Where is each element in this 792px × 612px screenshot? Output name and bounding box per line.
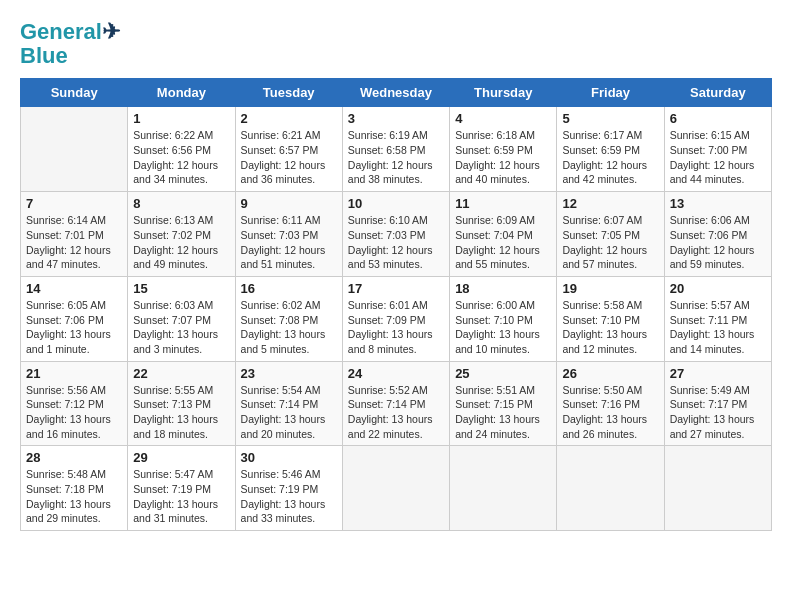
weekday-header-tuesday: Tuesday: [235, 79, 342, 107]
day-info: Sunrise: 6:06 AM Sunset: 7:06 PM Dayligh…: [670, 213, 766, 272]
weekday-header-sunday: Sunday: [21, 79, 128, 107]
day-number: 26: [562, 366, 658, 381]
day-info: Sunrise: 6:09 AM Sunset: 7:04 PM Dayligh…: [455, 213, 551, 272]
day-info: Sunrise: 6:05 AM Sunset: 7:06 PM Dayligh…: [26, 298, 122, 357]
day-number: 28: [26, 450, 122, 465]
day-info: Sunrise: 6:17 AM Sunset: 6:59 PM Dayligh…: [562, 128, 658, 187]
day-info: Sunrise: 6:21 AM Sunset: 6:57 PM Dayligh…: [241, 128, 337, 187]
day-info: Sunrise: 6:02 AM Sunset: 7:08 PM Dayligh…: [241, 298, 337, 357]
calendar-cell: 9Sunrise: 6:11 AM Sunset: 7:03 PM Daylig…: [235, 192, 342, 277]
calendar-cell: 24Sunrise: 5:52 AM Sunset: 7:14 PM Dayli…: [342, 361, 449, 446]
weekday-header-thursday: Thursday: [450, 79, 557, 107]
day-info: Sunrise: 6:01 AM Sunset: 7:09 PM Dayligh…: [348, 298, 444, 357]
day-number: 14: [26, 281, 122, 296]
day-number: 27: [670, 366, 766, 381]
day-info: Sunrise: 5:55 AM Sunset: 7:13 PM Dayligh…: [133, 383, 229, 442]
calendar-table: SundayMondayTuesdayWednesdayThursdayFrid…: [20, 78, 772, 531]
weekday-header-row: SundayMondayTuesdayWednesdayThursdayFrid…: [21, 79, 772, 107]
day-info: Sunrise: 5:49 AM Sunset: 7:17 PM Dayligh…: [670, 383, 766, 442]
day-number: 22: [133, 366, 229, 381]
day-info: Sunrise: 5:54 AM Sunset: 7:14 PM Dayligh…: [241, 383, 337, 442]
day-number: 3: [348, 111, 444, 126]
calendar-cell: 22Sunrise: 5:55 AM Sunset: 7:13 PM Dayli…: [128, 361, 235, 446]
day-number: 19: [562, 281, 658, 296]
day-info: Sunrise: 6:10 AM Sunset: 7:03 PM Dayligh…: [348, 213, 444, 272]
day-info: Sunrise: 5:52 AM Sunset: 7:14 PM Dayligh…: [348, 383, 444, 442]
weekday-header-monday: Monday: [128, 79, 235, 107]
calendar-cell: 15Sunrise: 6:03 AM Sunset: 7:07 PM Dayli…: [128, 276, 235, 361]
day-info: Sunrise: 6:00 AM Sunset: 7:10 PM Dayligh…: [455, 298, 551, 357]
day-number: 16: [241, 281, 337, 296]
calendar-cell: [557, 446, 664, 531]
day-info: Sunrise: 6:07 AM Sunset: 7:05 PM Dayligh…: [562, 213, 658, 272]
day-number: 20: [670, 281, 766, 296]
day-number: 1: [133, 111, 229, 126]
day-info: Sunrise: 6:22 AM Sunset: 6:56 PM Dayligh…: [133, 128, 229, 187]
day-info: Sunrise: 5:46 AM Sunset: 7:19 PM Dayligh…: [241, 467, 337, 526]
calendar-week-3: 14Sunrise: 6:05 AM Sunset: 7:06 PM Dayli…: [21, 276, 772, 361]
calendar-cell: [664, 446, 771, 531]
calendar-cell: 7Sunrise: 6:14 AM Sunset: 7:01 PM Daylig…: [21, 192, 128, 277]
weekday-header-wednesday: Wednesday: [342, 79, 449, 107]
page-header: General✈Blue: [20, 20, 772, 68]
day-number: 21: [26, 366, 122, 381]
calendar-week-2: 7Sunrise: 6:14 AM Sunset: 7:01 PM Daylig…: [21, 192, 772, 277]
calendar-cell: 25Sunrise: 5:51 AM Sunset: 7:15 PM Dayli…: [450, 361, 557, 446]
day-info: Sunrise: 6:13 AM Sunset: 7:02 PM Dayligh…: [133, 213, 229, 272]
day-info: Sunrise: 6:15 AM Sunset: 7:00 PM Dayligh…: [670, 128, 766, 187]
calendar-cell: 12Sunrise: 6:07 AM Sunset: 7:05 PM Dayli…: [557, 192, 664, 277]
calendar-week-4: 21Sunrise: 5:56 AM Sunset: 7:12 PM Dayli…: [21, 361, 772, 446]
day-info: Sunrise: 5:58 AM Sunset: 7:10 PM Dayligh…: [562, 298, 658, 357]
day-number: 23: [241, 366, 337, 381]
day-number: 4: [455, 111, 551, 126]
logo-text: General✈Blue: [20, 20, 120, 68]
day-number: 2: [241, 111, 337, 126]
calendar-cell: 27Sunrise: 5:49 AM Sunset: 7:17 PM Dayli…: [664, 361, 771, 446]
day-info: Sunrise: 6:19 AM Sunset: 6:58 PM Dayligh…: [348, 128, 444, 187]
calendar-cell: 29Sunrise: 5:47 AM Sunset: 7:19 PM Dayli…: [128, 446, 235, 531]
calendar-cell: 14Sunrise: 6:05 AM Sunset: 7:06 PM Dayli…: [21, 276, 128, 361]
day-info: Sunrise: 6:11 AM Sunset: 7:03 PM Dayligh…: [241, 213, 337, 272]
day-info: Sunrise: 6:18 AM Sunset: 6:59 PM Dayligh…: [455, 128, 551, 187]
calendar-cell: 10Sunrise: 6:10 AM Sunset: 7:03 PM Dayli…: [342, 192, 449, 277]
day-number: 15: [133, 281, 229, 296]
day-info: Sunrise: 5:51 AM Sunset: 7:15 PM Dayligh…: [455, 383, 551, 442]
calendar-cell: 17Sunrise: 6:01 AM Sunset: 7:09 PM Dayli…: [342, 276, 449, 361]
day-number: 25: [455, 366, 551, 381]
calendar-cell: 28Sunrise: 5:48 AM Sunset: 7:18 PM Dayli…: [21, 446, 128, 531]
calendar-cell: 23Sunrise: 5:54 AM Sunset: 7:14 PM Dayli…: [235, 361, 342, 446]
day-number: 24: [348, 366, 444, 381]
calendar-cell: 11Sunrise: 6:09 AM Sunset: 7:04 PM Dayli…: [450, 192, 557, 277]
day-number: 8: [133, 196, 229, 211]
logo: General✈Blue: [20, 20, 120, 68]
calendar-cell: 30Sunrise: 5:46 AM Sunset: 7:19 PM Dayli…: [235, 446, 342, 531]
calendar-cell: 13Sunrise: 6:06 AM Sunset: 7:06 PM Dayli…: [664, 192, 771, 277]
day-number: 10: [348, 196, 444, 211]
calendar-cell: 6Sunrise: 6:15 AM Sunset: 7:00 PM Daylig…: [664, 107, 771, 192]
day-info: Sunrise: 5:48 AM Sunset: 7:18 PM Dayligh…: [26, 467, 122, 526]
day-info: Sunrise: 6:03 AM Sunset: 7:07 PM Dayligh…: [133, 298, 229, 357]
calendar-cell: 18Sunrise: 6:00 AM Sunset: 7:10 PM Dayli…: [450, 276, 557, 361]
day-number: 11: [455, 196, 551, 211]
calendar-week-1: 1Sunrise: 6:22 AM Sunset: 6:56 PM Daylig…: [21, 107, 772, 192]
calendar-cell: 5Sunrise: 6:17 AM Sunset: 6:59 PM Daylig…: [557, 107, 664, 192]
calendar-cell: 2Sunrise: 6:21 AM Sunset: 6:57 PM Daylig…: [235, 107, 342, 192]
calendar-cell: 26Sunrise: 5:50 AM Sunset: 7:16 PM Dayli…: [557, 361, 664, 446]
calendar-cell: 20Sunrise: 5:57 AM Sunset: 7:11 PM Dayli…: [664, 276, 771, 361]
day-number: 30: [241, 450, 337, 465]
day-number: 29: [133, 450, 229, 465]
day-number: 13: [670, 196, 766, 211]
day-number: 6: [670, 111, 766, 126]
day-number: 5: [562, 111, 658, 126]
weekday-header-friday: Friday: [557, 79, 664, 107]
calendar-cell: 21Sunrise: 5:56 AM Sunset: 7:12 PM Dayli…: [21, 361, 128, 446]
day-number: 9: [241, 196, 337, 211]
day-number: 17: [348, 281, 444, 296]
calendar-cell: 19Sunrise: 5:58 AM Sunset: 7:10 PM Dayli…: [557, 276, 664, 361]
calendar-cell: 16Sunrise: 6:02 AM Sunset: 7:08 PM Dayli…: [235, 276, 342, 361]
day-info: Sunrise: 5:56 AM Sunset: 7:12 PM Dayligh…: [26, 383, 122, 442]
calendar-cell: [21, 107, 128, 192]
calendar-week-5: 28Sunrise: 5:48 AM Sunset: 7:18 PM Dayli…: [21, 446, 772, 531]
day-number: 18: [455, 281, 551, 296]
day-info: Sunrise: 6:14 AM Sunset: 7:01 PM Dayligh…: [26, 213, 122, 272]
